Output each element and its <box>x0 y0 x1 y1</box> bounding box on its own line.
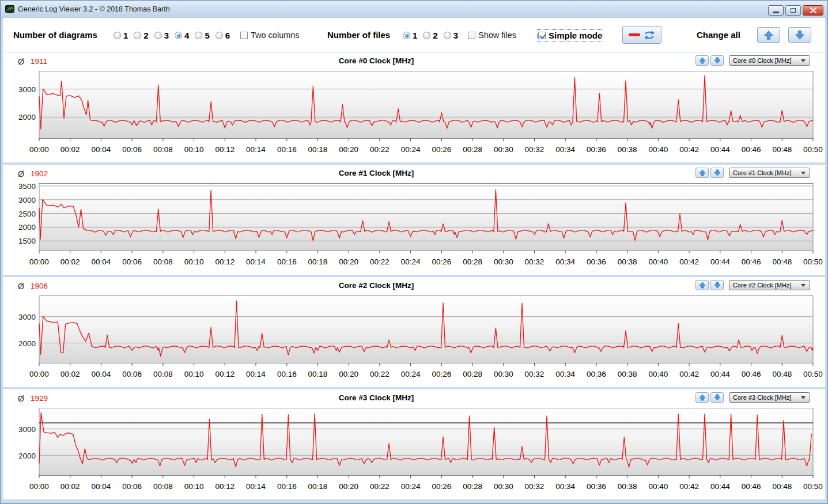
svg-text:3000: 3000 <box>18 85 36 94</box>
svg-text:00:12: 00:12 <box>215 145 235 154</box>
diagram-count-option-5[interactable]: 5 <box>195 31 209 40</box>
simple-mode-checkbox[interactable]: Simple mode <box>538 31 602 40</box>
metric-dropdown[interactable]: Core #2 Clock [MHz] <box>729 280 810 290</box>
svg-text:00:34: 00:34 <box>555 257 575 266</box>
diagram-count-option-6[interactable]: 6 <box>215 31 230 40</box>
window-title: Generic Log Viewer 3.2 - © 2018 Thomas B… <box>18 5 170 13</box>
chart-title: Core #3 Clock [MHz] <box>39 393 713 402</box>
svg-text:00:06: 00:06 <box>122 145 142 154</box>
svg-text:00:20: 00:20 <box>339 482 358 491</box>
chart-panel: Ø 1902 Core #1 Clock [MHz] Core #1 Clock… <box>3 165 825 275</box>
diagram-count-option-1[interactable]: 1 <box>114 31 128 40</box>
svg-text:00:46: 00:46 <box>742 257 761 266</box>
svg-text:00:02: 00:02 <box>61 370 80 378</box>
chart-panel: Ø 1911 Core #0 Clock [MHz] Core #0 Clock… <box>3 52 825 162</box>
svg-text:00:40: 00:40 <box>649 482 668 491</box>
svg-text:00:24: 00:24 <box>401 482 421 491</box>
svg-text:00:46: 00:46 <box>742 482 761 491</box>
move-chart-down-button[interactable] <box>710 280 724 290</box>
chart-header: Ø 1902 Core #1 Clock [MHz] Core #1 Clock… <box>3 165 825 183</box>
svg-text:00:10: 00:10 <box>184 145 204 154</box>
arrow-down-icon <box>714 57 721 64</box>
svg-text:00:16: 00:16 <box>277 482 297 491</box>
file-count-option-2[interactable]: 2 <box>423 31 437 40</box>
change-all-up-button[interactable] <box>757 27 780 43</box>
radio-label: 1 <box>123 31 128 40</box>
svg-text:00:24: 00:24 <box>401 370 421 378</box>
remove-refresh-button[interactable] <box>622 26 661 44</box>
svg-text:00:22: 00:22 <box>370 257 390 266</box>
svg-text:00:36: 00:36 <box>587 482 606 491</box>
diagram-count-option-4[interactable]: 4 <box>175 31 189 40</box>
svg-text:00:48: 00:48 <box>772 257 792 266</box>
chart-panel: Ø 1906 Core #2 Clock [MHz] Core #2 Clock… <box>3 277 825 387</box>
average-symbol: Ø <box>18 57 24 66</box>
svg-text:00:26: 00:26 <box>432 482 452 491</box>
svg-text:00:42: 00:42 <box>679 370 699 378</box>
show-files-label: Show files <box>478 31 516 40</box>
minimize-icon <box>773 12 779 13</box>
restore-button[interactable] <box>785 5 801 16</box>
svg-text:00:22: 00:22 <box>370 370 390 378</box>
svg-text:00:04: 00:04 <box>92 257 111 266</box>
svg-text:2000: 2000 <box>18 223 36 232</box>
svg-text:00:04: 00:04 <box>92 482 111 491</box>
svg-text:00:30: 00:30 <box>494 482 513 491</box>
diagram-count-option-3[interactable]: 3 <box>154 31 169 40</box>
red-dash-icon <box>629 33 640 36</box>
svg-text:00:12: 00:12 <box>215 257 235 266</box>
metric-dropdown[interactable]: Core #0 Clock [MHz] <box>729 55 810 66</box>
svg-text:00:32: 00:32 <box>525 257 545 266</box>
svg-text:00:32: 00:32 <box>525 370 545 378</box>
svg-text:00:06: 00:06 <box>122 257 142 266</box>
title-bar[interactable]: Generic Log Viewer 3.2 - © 2018 Thomas B… <box>1 1 827 18</box>
metric-dropdown[interactable]: Core #3 Clock [MHz] <box>729 392 810 403</box>
chart-header: Ø 1911 Core #0 Clock [MHz] Core #0 Clock… <box>3 52 825 71</box>
file-count-option-1[interactable]: 1 <box>403 31 417 40</box>
svg-text:00:40: 00:40 <box>649 370 668 378</box>
close-button[interactable] <box>803 5 823 16</box>
move-chart-down-button[interactable] <box>710 55 724 66</box>
svg-text:00:30: 00:30 <box>494 145 513 154</box>
chart-plot: 2000300000:0000:0200:0400:0600:0800:1000… <box>3 408 826 499</box>
move-chart-up-button[interactable] <box>695 168 709 178</box>
file-count-option-3[interactable]: 3 <box>444 31 458 40</box>
arrow-up-icon <box>699 394 706 401</box>
svg-text:00:00: 00:00 <box>29 482 49 491</box>
metric-dropdown-value: Core #2 Clock [MHz] <box>733 282 801 289</box>
svg-text:00:34: 00:34 <box>555 145 575 154</box>
svg-text:00:08: 00:08 <box>153 482 173 491</box>
svg-text:00:26: 00:26 <box>432 257 452 266</box>
svg-text:00:04: 00:04 <box>92 370 111 378</box>
svg-text:00:10: 00:10 <box>184 257 204 266</box>
svg-text:00:10: 00:10 <box>184 482 204 491</box>
chart-panel: Ø 1929 Core #3 Clock [MHz] Core #3 Clock… <box>3 389 825 499</box>
metric-dropdown[interactable]: Core #1 Clock [MHz] <box>729 168 810 178</box>
app-logo-chart-icon <box>5 5 14 14</box>
svg-text:00:08: 00:08 <box>153 370 173 378</box>
move-chart-up-button[interactable] <box>695 280 709 290</box>
radio-label: 5 <box>205 31 209 40</box>
svg-text:00:10: 00:10 <box>184 370 204 378</box>
move-chart-down-button[interactable] <box>710 168 724 178</box>
move-chart-up-button[interactable] <box>695 55 709 66</box>
diagram-count-option-2[interactable]: 2 <box>134 31 148 40</box>
move-chart-down-button[interactable] <box>710 392 724 403</box>
metric-dropdown-value: Core #0 Clock [MHz] <box>733 57 801 64</box>
move-chart-up-button[interactable] <box>695 392 709 403</box>
minimize-button[interactable] <box>768 5 784 16</box>
svg-text:00:22: 00:22 <box>370 482 390 491</box>
svg-text:00:32: 00:32 <box>525 482 545 491</box>
show-files-checkbox[interactable]: Show files <box>468 31 516 40</box>
checkbox-icon <box>468 32 475 39</box>
svg-text:00:04: 00:04 <box>92 145 111 154</box>
svg-text:2500: 2500 <box>18 210 36 218</box>
arrow-up-icon <box>699 57 706 64</box>
svg-text:00:30: 00:30 <box>494 370 513 378</box>
svg-text:00:46: 00:46 <box>742 370 761 378</box>
change-all-down-button[interactable] <box>788 27 811 43</box>
average-symbol: Ø <box>18 394 24 403</box>
svg-text:00:38: 00:38 <box>618 145 637 154</box>
svg-text:00:46: 00:46 <box>742 145 761 154</box>
two-columns-checkbox[interactable]: Two columns <box>240 31 300 40</box>
